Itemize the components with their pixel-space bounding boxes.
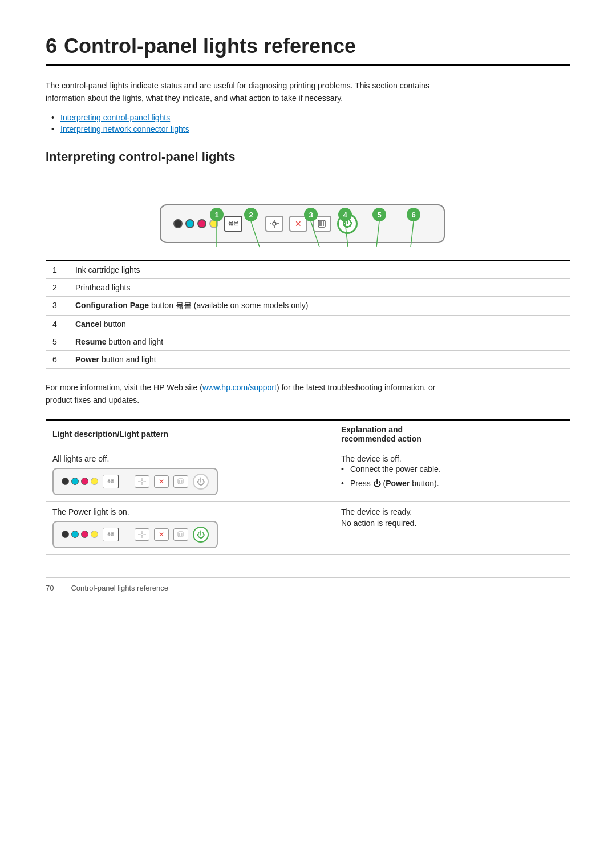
light-action-power-on: The device is ready. No action is requir…	[334, 501, 570, 554]
svg-text:3: 3	[309, 211, 313, 219]
mini-config-btn-on	[135, 528, 149, 541]
chapter-title-text: Control-panel lights reference	[64, 34, 356, 58]
col-header-desc: Light description/Light pattern	[46, 420, 334, 448]
row-num: 1	[46, 261, 68, 279]
mini-dot-cyan-on	[71, 531, 79, 538]
light-table-header-row: Light description/Light pattern Explanat…	[46, 420, 570, 448]
mini-resume-btn-off	[173, 475, 188, 488]
link-network-connector[interactable]: Interpreting network connector lights	[60, 124, 189, 134]
table-row: 4 Cancel button	[46, 315, 570, 333]
table-row: 3 Configuration Page button 몲몯 (availabl…	[46, 296, 570, 315]
svg-point-26	[141, 480, 143, 483]
intro-paragraph: The control-panel lights indicate status…	[46, 79, 445, 105]
info-paragraph: For more information, visit the HP Web s…	[46, 381, 456, 407]
table-row: 1 Ink cartridge lights	[46, 261, 570, 279]
chapter-number: 6	[46, 34, 57, 58]
svg-rect-41	[181, 533, 183, 536]
mini-config-btn-off	[135, 475, 149, 488]
light-label-off: All lights are off.	[52, 454, 327, 463]
svg-rect-40	[179, 533, 180, 536]
light-row-off: All lights are off. 몲몯	[46, 448, 570, 501]
mini-dot-yellow	[91, 478, 98, 485]
action-explanation-on: The device is ready.	[341, 507, 564, 516]
mini-resume-btn-on	[173, 528, 188, 541]
mini-dot-cyan	[71, 478, 79, 485]
svg-line-14	[376, 221, 379, 247]
mini-dot-magenta-on	[81, 531, 88, 538]
hp-support-link[interactable]: www.hp.com/support	[202, 383, 277, 392]
table-row: 6 Power button and light	[46, 350, 570, 368]
svg-line-17	[411, 221, 414, 247]
mini-cancel-btn-off: ✕	[154, 475, 169, 488]
action-list-off: Connect the power cable. Press ⏻ (Power …	[341, 463, 564, 490]
table-row: 2 Printhead lights	[46, 278, 570, 296]
light-label-power-on: The Power light is on.	[52, 507, 327, 516]
svg-text:6: 6	[411, 211, 415, 219]
mini-dot-magenta	[81, 478, 88, 485]
mini-power-off: ⏻	[193, 474, 209, 490]
link-item-2: Interpreting network connector lights	[51, 124, 570, 134]
mini-panel-power-on: 몲몯 ✕	[52, 521, 218, 548]
row-desc: Printhead lights	[68, 278, 570, 296]
svg-line-5	[251, 221, 260, 247]
mini-printhead-off: 몲몯	[103, 475, 119, 488]
action-item-2: Press ⏻ (Power button).	[341, 478, 564, 490]
chapter-title: 6 Control-panel lights reference	[46, 34, 570, 66]
svg-rect-33	[181, 480, 183, 483]
row-num: 5	[46, 333, 68, 350]
row-num: 3	[46, 296, 68, 315]
svg-point-34	[141, 533, 143, 536]
action-item-1: Connect the power cable.	[341, 463, 564, 475]
row-num: 4	[46, 315, 68, 333]
svg-text:5: 5	[377, 211, 381, 219]
mini-printhead-on: 몲몯	[103, 528, 119, 541]
svg-line-11	[345, 221, 348, 247]
row-desc: Cancel button	[68, 315, 570, 333]
mini-ink-lights-off	[62, 478, 98, 485]
svg-line-8	[311, 221, 319, 247]
callout-svg: 1 2 3 4 5 6	[160, 204, 456, 250]
row-desc: Ink cartridge lights	[68, 261, 570, 279]
svg-text:2: 2	[249, 211, 253, 219]
page-footer: 70 Control-panel lights reference	[46, 577, 570, 592]
panel-diagram: 1 2 3 4 5 6	[160, 204, 456, 243]
mini-cancel-btn-on: ✕	[154, 528, 169, 541]
link-list: Interpreting control-panel lights Interp…	[46, 113, 570, 134]
action-explanation-off: The device is off.	[341, 454, 564, 463]
link-item-1: Interpreting control-panel lights	[51, 113, 570, 122]
light-action-off: The device is off. Connect the power cab…	[334, 448, 570, 501]
table-row: 5 Resume button and light	[46, 333, 570, 350]
light-desc-off: All lights are off. 몲몯	[46, 448, 334, 501]
mini-dot-black	[62, 478, 69, 485]
row-desc: Configuration Page button 몲몯 (available …	[68, 296, 570, 315]
col-header-action: Explanation andrecommended action	[334, 420, 570, 448]
svg-text:1: 1	[214, 211, 218, 219]
row-num: 6	[46, 350, 68, 368]
footer-chapter-text: Control-panel lights reference	[71, 584, 168, 592]
mini-dot-yellow-on	[91, 531, 98, 538]
row-num: 2	[46, 278, 68, 296]
light-description-table: Light description/Light pattern Explanat…	[46, 419, 570, 555]
action-note-on: No action is required.	[341, 519, 564, 528]
mini-ink-lights-on	[62, 531, 98, 538]
mini-panel-off: 몲몯 ✕	[52, 468, 218, 495]
link-control-panel[interactable]: Interpreting control-panel lights	[60, 113, 170, 122]
svg-rect-32	[179, 480, 180, 483]
section1-title: Interpreting control-panel lights	[46, 149, 570, 164]
mini-dot-black-on	[62, 531, 69, 538]
light-desc-power-on: The Power light is on. 몲몯	[46, 501, 334, 554]
svg-text:4: 4	[343, 211, 347, 219]
row-desc: Resume button and light	[68, 333, 570, 350]
light-row-power-on: The Power light is on. 몲몯	[46, 501, 570, 554]
footer-page-number: 70	[46, 584, 54, 592]
mini-power-on: ⏻	[193, 527, 209, 543]
component-reference-table: 1 Ink cartridge lights 2 Printhead light…	[46, 260, 570, 369]
row-desc: Power button and light	[68, 350, 570, 368]
